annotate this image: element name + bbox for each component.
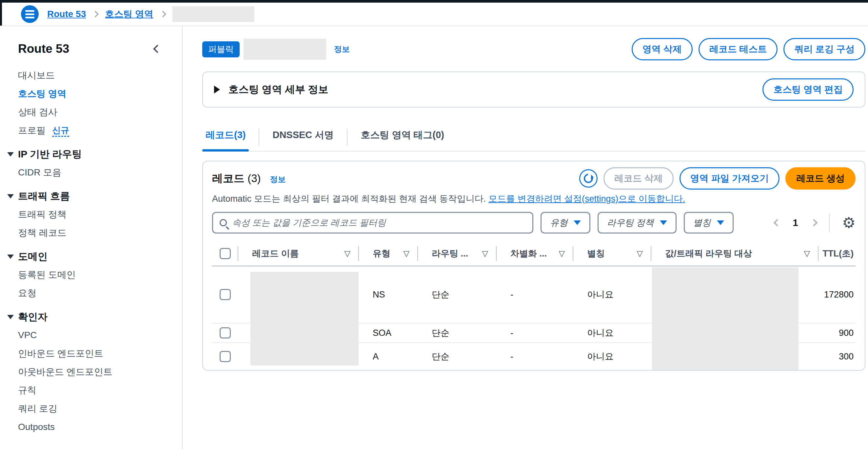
- import-zone-file-button[interactable]: 영역 파일 가져오기: [680, 167, 780, 189]
- alias-filter-dropdown[interactable]: 별칭: [684, 212, 734, 234]
- refresh-button[interactable]: [579, 169, 597, 188]
- create-record-button[interactable]: 레코드 생성: [785, 167, 856, 189]
- delete-record-button[interactable]: 레코드 삭제: [603, 167, 674, 189]
- records-count: (3): [247, 172, 260, 184]
- column-routing-policy[interactable]: 라우팅 ... ▽: [418, 241, 497, 266]
- tab-bar: 레코드(3) DNSSEC 서명 호스팅 영역 태그(0): [202, 128, 865, 152]
- sidebar-item-dashboard[interactable]: 대시보드: [18, 66, 182, 85]
- tab-records[interactable]: 레코드(3): [202, 128, 249, 151]
- filter-toolbar: 유형 라우팅 정책 별칭 1 ⚙: [212, 212, 856, 234]
- zone-info-link[interactable]: 정보: [334, 44, 350, 55]
- sort-icon[interactable]: ▽: [804, 249, 810, 258]
- sidebar-item-outposts[interactable]: Outposts: [18, 418, 182, 436]
- alias-cell: 아니요: [573, 351, 651, 362]
- record-type-cell: SOA: [359, 328, 418, 338]
- record-type-cell: NS: [359, 290, 418, 300]
- sidebar-item-hosted-zones[interactable]: 호스팅 영역: [18, 85, 182, 103]
- tab-divider: [259, 128, 259, 146]
- chevron-right-icon: [92, 11, 99, 18]
- table-settings-gear-icon[interactable]: ⚙: [842, 215, 856, 230]
- delete-zone-button[interactable]: 영역 삭제: [632, 38, 693, 60]
- sidebar-section-domains[interactable]: 도메인: [18, 247, 182, 266]
- table-header-row: 레코드 이름 ▽ 유형 ▽ 라우팅 ... ▽ 차별화 ... ▽: [212, 241, 856, 266]
- column-value-traffic-target[interactable]: 값/트래픽 라우팅 대상 ▽: [651, 241, 818, 266]
- sidebar-item-health-checks[interactable]: 상태 검사: [18, 103, 182, 121]
- settings-link[interactable]: 모드를 변경하려면 설정(settings)으로 이동합니다.: [488, 194, 685, 204]
- sidebar-collapse-icon[interactable]: [153, 44, 161, 53]
- expand-triangle-icon: [214, 86, 220, 93]
- search-mode-text: Automatic 모드는 최상의 필터 결과에 최적화된 현재 검색 동작입니…: [212, 194, 486, 204]
- type-filter-dropdown[interactable]: 유형: [540, 212, 590, 234]
- sort-icon[interactable]: ▽: [482, 249, 488, 258]
- sidebar-item-profiles-label: 프로필: [18, 121, 45, 140]
- sidebar-section-ip-based-routing[interactable]: IP 기반 라우팅: [18, 145, 182, 163]
- differentiator-cell: -: [497, 328, 573, 338]
- sidebar-section-traffic-flow[interactable]: 트래픽 흐름: [18, 187, 182, 205]
- sidebar-item-requests[interactable]: 요청: [18, 284, 182, 302]
- select-all-checkbox[interactable]: [220, 248, 231, 259]
- sort-icon[interactable]: ▽: [637, 249, 643, 258]
- column-type[interactable]: 유형 ▽: [359, 241, 418, 266]
- sidebar-item-vpc[interactable]: VPC: [18, 326, 182, 344]
- column-differentiator[interactable]: 차별화 ... ▽: [497, 241, 573, 266]
- sidebar-item-policy-records[interactable]: 정책 레코드: [18, 224, 182, 242]
- triangle-down-icon: [7, 152, 14, 156]
- column-alias[interactable]: 별칭 ▽: [573, 241, 651, 266]
- ttl-cell: 300: [818, 352, 856, 362]
- row-select-checkbox[interactable]: [220, 351, 231, 362]
- record-filter-searchbox[interactable]: [212, 212, 533, 234]
- breadcrumb-hosted-zones-link[interactable]: 호스팅 영역: [105, 8, 153, 20]
- test-record-button[interactable]: 레코드 테스트: [699, 38, 778, 60]
- row-select-checkbox[interactable]: [220, 327, 231, 338]
- alias-cell: 아니요: [573, 327, 651, 339]
- sidebar-item-outbound-endpoints[interactable]: 아웃바운드 엔드포인트: [18, 363, 182, 381]
- sidebar-item-cidr-collections[interactable]: CIDR 모음: [18, 163, 182, 182]
- sidebar-item-registered-domains[interactable]: 등록된 도메인: [18, 266, 182, 284]
- search-input[interactable]: [232, 218, 526, 228]
- sidebar-title: Route 53: [18, 42, 69, 56]
- routing-policy-cell: 단순: [418, 327, 497, 339]
- tab-hosted-zone-tags[interactable]: 호스팅 영역 태그(0): [357, 128, 447, 151]
- breadcrumb-route53-link[interactable]: Route 53: [47, 9, 86, 19]
- records-info-link[interactable]: 정보: [270, 174, 286, 185]
- record-values-redacted: [652, 267, 799, 370]
- sidebar-item-inbound-endpoints[interactable]: 인바운드 엔드포인트: [18, 344, 182, 363]
- sort-icon[interactable]: ▽: [559, 249, 565, 258]
- sidebar-item-traffic-policies[interactable]: 트래픽 정책: [18, 205, 182, 224]
- sidebar-item-query-logging[interactable]: 쿼리 로깅: [18, 399, 182, 418]
- toolbar-divider: [829, 213, 830, 232]
- sidebar-item-profiles-new-badge[interactable]: 신규: [52, 125, 69, 137]
- next-page-icon[interactable]: [810, 219, 817, 227]
- configure-query-logging-button[interactable]: 쿼리 로깅 구성: [783, 38, 865, 60]
- sidebar-section-resolver[interactable]: 확인자: [18, 308, 182, 326]
- hamburger-icon: [25, 10, 34, 12]
- records-table: 레코드 이름 ▽ 유형 ▽ 라우팅 ... ▽ 차별화 ... ▽: [212, 241, 856, 370]
- routing-policy-cell: 단순: [418, 289, 497, 300]
- edit-hosted-zone-button[interactable]: 호스팅 영역 편집: [763, 79, 854, 101]
- chevron-down-icon: [574, 220, 581, 225]
- ttl-cell: 900: [818, 328, 856, 338]
- chevron-down-icon: [717, 220, 724, 225]
- column-ttl: TTL(초): [818, 241, 856, 266]
- breadcrumb: Route 53 호스팅 영역: [47, 6, 254, 22]
- differentiator-cell: -: [497, 290, 573, 300]
- hosted-zone-details-title: 호스팅 영역 세부 정보: [228, 83, 329, 96]
- column-record-name[interactable]: 레코드 이름 ▽: [238, 241, 359, 266]
- sort-icon[interactable]: ▽: [404, 249, 409, 258]
- tab-dnssec-signing[interactable]: DNSSEC 서명: [269, 128, 337, 151]
- tab-divider: [347, 128, 347, 146]
- triangle-down-icon: [7, 194, 14, 199]
- page-number[interactable]: 1: [793, 217, 798, 228]
- row-select-checkbox[interactable]: [220, 289, 231, 300]
- chevron-down-icon: [660, 220, 667, 225]
- previous-page-icon[interactable]: [773, 219, 781, 227]
- sidebar-section-label: 트래픽 흐름: [18, 190, 70, 201]
- hamburger-menu-button[interactable]: [21, 5, 39, 23]
- page-header: 퍼블릭 정보 영역 삭제 레코드 테스트 쿼리 로깅 구성: [202, 39, 865, 60]
- sidebar-item-rules[interactable]: 규칙: [18, 381, 182, 399]
- routing-policy-filter-dropdown[interactable]: 라우팅 정책: [597, 212, 677, 234]
- sort-icon[interactable]: ▽: [344, 249, 350, 258]
- hosted-zone-details-toggle[interactable]: 호스팅 영역 세부 정보: [214, 83, 329, 96]
- triangle-down-icon: [7, 254, 14, 259]
- sidebar-item-profiles[interactable]: 프로필 신규: [18, 121, 182, 140]
